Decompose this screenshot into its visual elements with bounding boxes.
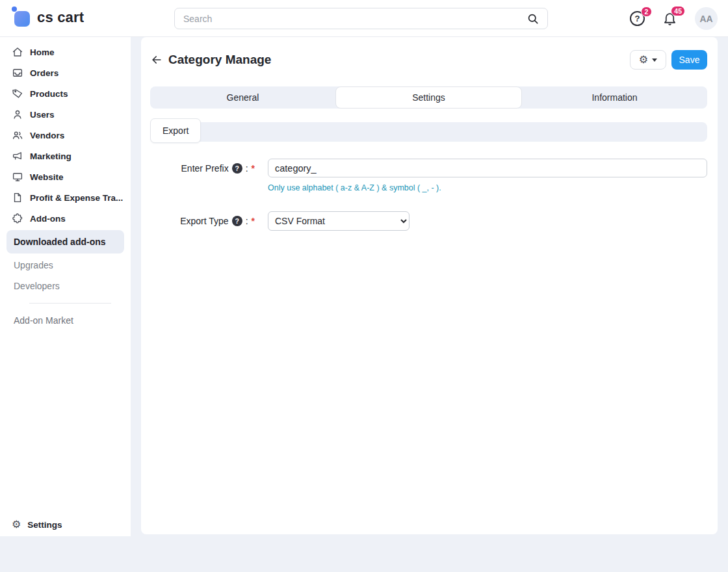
sidebar-item-label: Products <box>30 89 68 99</box>
prefix-label: Enter Prefix <box>181 163 229 174</box>
sidebar-item-label: Website <box>30 172 64 182</box>
monitor-icon <box>12 171 23 183</box>
sidebar-item-orders[interactable]: Orders <box>0 62 131 83</box>
subtab-export[interactable]: Export <box>150 118 201 143</box>
sidebar-item-marketing[interactable]: Marketing <box>0 146 131 166</box>
page-title: Category Manage <box>168 53 271 67</box>
orders-icon <box>12 67 23 79</box>
export-type-row: Export Type ? : * CSV Format <box>150 211 707 231</box>
people-icon <box>12 129 23 141</box>
tab-settings[interactable]: Settings <box>335 86 522 109</box>
gear-icon: ⚙ <box>12 519 21 530</box>
cscart-logo[interactable]: cs cart <box>13 8 84 26</box>
avatar[interactable]: AA <box>695 7 718 30</box>
sidebar-item-label: Orders <box>30 68 58 78</box>
colon: : <box>246 216 248 226</box>
help-tooltip-icon[interactable]: ? <box>232 163 242 174</box>
help-button[interactable]: ? 2 <box>630 11 645 26</box>
tab-general[interactable]: General <box>150 86 335 109</box>
required-asterisk: * <box>252 216 255 226</box>
export-type-label: Export Type <box>180 216 228 226</box>
sidebar-item-label: Settings <box>27 520 62 530</box>
sidebar-item-website[interactable]: Website <box>0 166 131 187</box>
back-arrow-icon[interactable] <box>150 53 163 66</box>
sidebar-item-label: Users <box>30 110 55 120</box>
subtab-bar: Export <box>150 122 707 142</box>
required-asterisk: * <box>252 163 255 174</box>
sidebar: Home Orders Products Users <box>0 37 131 536</box>
sidebar-item-label: Add-ons <box>30 214 66 224</box>
sidebar-item-users[interactable]: Users <box>0 104 131 125</box>
sidebar-item-label: Downloaded add-ons <box>14 237 106 247</box>
sidebar-item-label: Home <box>30 47 55 57</box>
logo-text: cs cart <box>37 9 84 26</box>
page-header: Category Manage ⚙ Save <box>150 50 707 70</box>
search-input[interactable] <box>175 14 526 24</box>
sidebar-item-label: Profit & Expense Tra... <box>30 193 123 203</box>
sidebar-item-label: Upgrades <box>14 260 53 270</box>
top-bar: cs cart ? 2 45 AA <box>0 0 728 37</box>
help-tooltip-icon[interactable]: ? <box>232 216 242 226</box>
sidebar-item-label: Vendors <box>30 131 64 140</box>
sidebar-divider <box>29 303 111 304</box>
tab-bar: General Settings Information <box>150 86 707 109</box>
main-panel: Category Manage ⚙ Save General Settings … <box>141 37 718 534</box>
sidebar-item-downloaded-addons[interactable]: Downloaded add-ons <box>6 230 124 254</box>
sidebar-item-vendors[interactable]: Vendors <box>0 125 131 146</box>
sidebar-item-upgrades[interactable]: Upgrades <box>0 255 131 276</box>
home-icon <box>12 46 23 58</box>
sidebar-item-addons[interactable]: Add-ons <box>0 208 131 229</box>
notifications-button[interactable]: 45 <box>662 10 678 27</box>
megaphone-icon <box>12 150 23 162</box>
sidebar-item-products[interactable]: Products <box>0 83 131 104</box>
tag-icon <box>12 88 23 99</box>
notifications-badge: 45 <box>671 6 685 16</box>
sidebar-item-label: Add-on Market <box>14 315 73 326</box>
save-button[interactable]: Save <box>671 50 707 70</box>
chevron-down-icon <box>652 58 657 62</box>
prefix-hint: Only use alphabet ( a-z & A-Z ) & symbol… <box>268 183 707 192</box>
gear-dropdown-button[interactable]: ⚙ <box>630 50 666 70</box>
prefix-input[interactable] <box>268 159 707 177</box>
prefix-row: Enter Prefix ? : * <box>150 159 707 177</box>
sidebar-item-profit-expense[interactable]: Profit & Expense Tra... <box>0 187 131 208</box>
user-icon <box>12 109 23 120</box>
puzzle-icon <box>12 213 23 224</box>
cscart-logo-icon <box>13 8 31 26</box>
export-type-select[interactable]: CSV Format <box>268 211 410 231</box>
sidebar-item-home[interactable]: Home <box>0 42 131 62</box>
colon: : <box>246 163 248 174</box>
avatar-initials: AA <box>699 14 712 24</box>
help-badge: 2 <box>641 6 652 17</box>
document-icon <box>12 192 23 203</box>
search-bar <box>174 8 548 29</box>
top-actions: ? 2 45 AA <box>630 0 718 37</box>
gear-icon: ⚙ <box>639 55 648 65</box>
sidebar-item-label: Marketing <box>30 151 72 161</box>
sidebar-item-label: Developers <box>14 281 60 291</box>
sidebar-item-addon-market[interactable]: Add-on Market <box>0 310 131 331</box>
tab-information[interactable]: Information <box>522 86 707 109</box>
sidebar-item-developers[interactable]: Developers <box>0 276 131 296</box>
search-icon[interactable] <box>526 12 540 25</box>
sidebar-item-settings[interactable]: ⚙ Settings <box>0 514 131 535</box>
